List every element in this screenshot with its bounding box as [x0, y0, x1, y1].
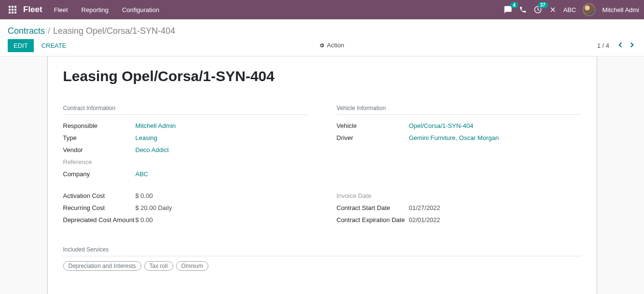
gear-icon — [319, 42, 325, 48]
tags-row: Depreciation and Interests Tax roll Omni… — [63, 261, 581, 271]
form-sheet: Leasing Opel/Corsa/1-SYN-404 Contract In… — [47, 56, 597, 294]
info-columns: Contract Information Responsible Mitchel… — [63, 99, 581, 180]
row-responsible: Responsible Mitchell Admin — [63, 120, 308, 132]
action-dropdown[interactable]: Action — [319, 42, 344, 49]
control-panel: Contracts / Leasing Opel/Corsa/1-SYN-404… — [0, 19, 644, 56]
breadcrumb-sep: / — [48, 26, 50, 36]
action-label: Action — [327, 42, 344, 49]
col-costs: Activation Cost $ 0.00 Recurring Cost $ … — [63, 190, 308, 226]
value-expire-date: 02/01/2022 — [409, 216, 440, 224]
section-services: Included Services — [63, 246, 581, 256]
row-type: Type Leasing — [63, 132, 308, 144]
label-responsible: Responsible — [63, 122, 136, 129]
pager-prev[interactable] — [616, 41, 625, 51]
value-type[interactable]: Leasing — [136, 134, 158, 141]
label-vehicle: Vehicle — [337, 122, 409, 129]
control-bar: EDIT CREATE Action 1 / 4 — [8, 39, 636, 56]
label-company: Company — [63, 170, 136, 178]
pager-next[interactable] — [628, 41, 636, 51]
value-company[interactable]: ABC — [136, 170, 149, 178]
create-button[interactable]: CREATE — [41, 42, 67, 49]
tag-taxroll[interactable]: Tax roll — [144, 261, 173, 271]
nav-configuration[interactable]: Configuration — [115, 6, 166, 14]
value-responsible[interactable]: Mitchell Admin — [136, 122, 176, 129]
row-reference: Reference — [63, 156, 308, 168]
messaging-icon[interactable]: 4 — [504, 5, 512, 14]
row-activation-cost: Activation Cost $ 0.00 — [63, 190, 308, 202]
row-vendor: Vendor Deco Addict — [63, 144, 308, 156]
apps-icon[interactable] — [5, 6, 20, 14]
row-depreciated: Depreciated Cost Amount $ 0.00 — [63, 214, 308, 226]
app-brand[interactable]: Fleet — [23, 5, 42, 14]
row-vehicle: Vehicle Opel/Corsa/1-SYN-404 — [337, 120, 581, 132]
label-driver: Driver — [337, 134, 409, 141]
topnav-left: Fleet Fleet Reporting Configuration — [5, 5, 166, 14]
breadcrumb-current: Leasing Opel/Corsa/1-SYN-404 — [53, 26, 175, 36]
tag-omnium[interactable]: Omnium — [176, 261, 208, 271]
label-type: Type — [63, 134, 136, 141]
top-navbar: Fleet Fleet Reporting Configuration 4 37… — [0, 0, 644, 19]
controlbar-left: EDIT CREATE — [8, 39, 66, 52]
value-recurring-cost: $ 20.00 Daily — [136, 204, 172, 211]
section-vehicle: Vehicle Information — [337, 105, 581, 115]
activity-icon[interactable]: 37 — [534, 5, 542, 14]
content-area: Leasing Opel/Corsa/1-SYN-404 Contract In… — [0, 56, 644, 294]
label-recurring-cost: Recurring Cost — [63, 204, 136, 211]
page-title: Leasing Opel/Corsa/1-SYN-404 — [63, 68, 581, 84]
row-start-date: Contract Start Date 01/27/2022 — [337, 202, 581, 214]
edit-button[interactable]: EDIT — [8, 39, 34, 52]
row-invoice-date: Invoice Date — [337, 190, 581, 202]
row-driver: Driver Gemini Furniture, Oscar Morgan — [337, 132, 581, 144]
breadcrumb: Contracts / Leasing Opel/Corsa/1-SYN-404 — [8, 26, 636, 36]
value-driver[interactable]: Gemini Furniture, Oscar Morgan — [409, 134, 499, 141]
value-activation-cost: $ 0.00 — [136, 192, 153, 199]
user-menu[interactable]: Mitchell Admi — [602, 6, 639, 14]
activity-badge: 37 — [538, 2, 548, 8]
phone-icon[interactable] — [519, 6, 527, 14]
label-start-date: Contract Start Date — [337, 204, 409, 211]
label-activation-cost: Activation Cost — [63, 192, 136, 199]
nav-fleet[interactable]: Fleet — [47, 6, 75, 14]
label-invoice-date: Invoice Date — [337, 192, 409, 199]
cost-columns: Activation Cost $ 0.00 Recurring Cost $ … — [63, 190, 581, 226]
pager-text[interactable]: 1 / 4 — [597, 42, 609, 49]
value-start-date: 01/27/2022 — [409, 204, 440, 211]
controlbar-right: 1 / 4 — [597, 41, 636, 51]
value-vehicle[interactable]: Opel/Corsa/1-SYN-404 — [409, 122, 474, 129]
avatar[interactable] — [583, 3, 595, 16]
col-contract: Contract Information Responsible Mitchel… — [63, 99, 308, 180]
col-dates: Invoice Date Contract Start Date 01/27/2… — [337, 190, 581, 226]
tag-depreciation[interactable]: Depreciation and Interests — [63, 261, 141, 271]
topnav-right: 4 37 ABC Mitchell Admi — [504, 3, 639, 16]
controlbar-center: Action — [66, 42, 597, 50]
col-vehicle: Vehicle Information Vehicle Opel/Corsa/1… — [337, 99, 581, 180]
section-contract: Contract Information — [63, 105, 308, 115]
value-vendor[interactable]: Deco Addict — [136, 146, 169, 154]
breadcrumb-root[interactable]: Contracts — [8, 26, 45, 36]
value-depreciated: $ 0.00 — [136, 216, 153, 224]
label-vendor: Vendor — [63, 146, 136, 154]
label-expire-date: Contract Expiration Date — [337, 216, 409, 224]
messaging-badge: 4 — [510, 2, 518, 8]
tools-icon[interactable] — [549, 6, 557, 14]
row-recurring-cost: Recurring Cost $ 20.00 Daily — [63, 202, 308, 214]
pager-arrows — [616, 41, 636, 51]
row-expire-date: Contract Expiration Date 02/01/2022 — [337, 214, 581, 226]
label-depreciated: Depreciated Cost Amount — [63, 216, 136, 224]
nav-reporting[interactable]: Reporting — [75, 6, 115, 14]
row-company: Company ABC — [63, 168, 308, 180]
company-switcher[interactable]: ABC — [563, 6, 576, 14]
label-reference: Reference — [63, 158, 136, 166]
